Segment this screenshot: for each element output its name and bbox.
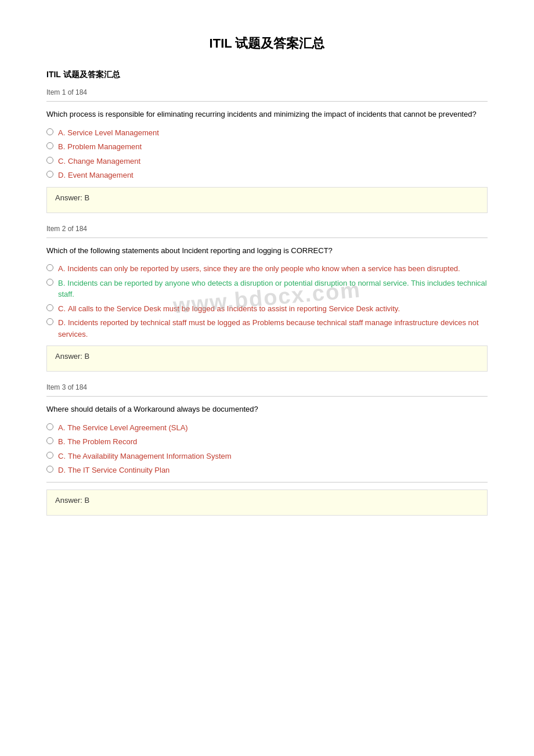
list-item[interactable]: B.Problem Management xyxy=(46,141,488,153)
option-text: B.Incidents can be reported by anyone wh… xyxy=(58,278,488,300)
radio-icon[interactable] xyxy=(46,318,53,325)
radio-icon[interactable] xyxy=(46,466,53,473)
option-text: D.Event Management xyxy=(58,170,134,181)
radio-icon[interactable] xyxy=(46,452,53,459)
list-item[interactable]: D.The IT Service Continuity Plan xyxy=(46,465,488,476)
question-text-2: Which of the following statements about … xyxy=(46,245,488,257)
list-item[interactable]: C.All calls to the Service Desk must be … xyxy=(46,303,488,315)
divider-3b xyxy=(46,482,488,483)
option-letter: C. xyxy=(58,452,66,460)
answer-box-3: Answer: B xyxy=(46,489,488,516)
list-item[interactable]: D.Incidents reported by technical staff … xyxy=(46,317,488,340)
options-list-3: A.The Service Level Agreement (SLA) B.Th… xyxy=(46,422,488,476)
option-text: A.Service Level Management xyxy=(58,127,159,139)
question-block-2: Item 2 of 184 Which of the following sta… xyxy=(46,225,488,372)
answer-box-2: Answer: B xyxy=(46,345,488,372)
option-letter: D. xyxy=(58,171,66,179)
divider-1 xyxy=(46,101,488,102)
item-label-1: Item 1 of 184 xyxy=(46,88,488,96)
question-text-3: Where should details of a Workaround alw… xyxy=(46,404,488,415)
option-text: B.Problem Management xyxy=(58,141,142,153)
question-block-1: Item 1 of 184 Which process is responsib… xyxy=(46,88,488,213)
radio-icon[interactable] xyxy=(46,128,53,135)
list-item[interactable]: A.Incidents can only be reported by user… xyxy=(46,263,488,275)
radio-icon[interactable] xyxy=(46,171,53,178)
option-text: C.All calls to the Service Desk must be … xyxy=(58,303,400,315)
question-text-1: Which process is responsible for elimina… xyxy=(46,109,488,120)
option-letter: B. xyxy=(58,279,65,287)
list-item[interactable]: B.The Problem Record xyxy=(46,436,488,448)
option-text: B.The Problem Record xyxy=(58,436,137,448)
radio-icon[interactable] xyxy=(46,157,53,164)
option-letter: C. xyxy=(58,304,66,313)
option-text: C.The Availability Management Informatio… xyxy=(58,451,232,462)
section-heading: ITIL 试题及答案汇总 xyxy=(46,70,488,80)
radio-icon[interactable] xyxy=(46,437,53,444)
option-letter: A. xyxy=(58,264,65,273)
answer-box-1: Answer: B xyxy=(46,187,488,213)
radio-icon[interactable] xyxy=(46,304,53,311)
radio-icon[interactable] xyxy=(46,264,53,271)
list-item[interactable]: A.Service Level Management xyxy=(46,127,488,139)
radio-icon[interactable] xyxy=(46,142,53,149)
option-text: A.The Service Level Agreement (SLA) xyxy=(58,422,188,434)
option-text: A.Incidents can only be reported by user… xyxy=(58,263,460,275)
list-item[interactable]: C.The Availability Management Informatio… xyxy=(46,451,488,462)
divider-2 xyxy=(46,237,488,238)
options-list-1: A.Service Level Management B.Problem Man… xyxy=(46,127,488,181)
divider-3 xyxy=(46,396,488,397)
option-text: C.Change Management xyxy=(58,156,140,167)
options-list-2: A.Incidents can only be reported by user… xyxy=(46,263,488,340)
option-letter: C. xyxy=(58,157,66,165)
option-letter: B. xyxy=(58,437,65,446)
option-letter: B. xyxy=(58,142,65,151)
item-label-2: Item 2 of 184 xyxy=(46,225,488,233)
option-text: D.Incidents reported by technical staff … xyxy=(58,317,488,340)
list-item[interactable]: C.Change Management xyxy=(46,156,488,167)
radio-icon[interactable] xyxy=(46,423,53,430)
list-item[interactable]: D.Event Management xyxy=(46,170,488,181)
radio-icon[interactable] xyxy=(46,279,53,286)
question-block-3: Item 3 of 184 Where should details of a … xyxy=(46,383,488,516)
list-item[interactable]: A.The Service Level Agreement (SLA) xyxy=(46,422,488,434)
option-letter: D. xyxy=(58,318,66,327)
option-letter: A. xyxy=(58,128,65,137)
list-item[interactable]: B.Incidents can be reported by anyone wh… xyxy=(46,278,488,300)
option-letter: D. xyxy=(58,466,66,474)
option-letter: A. xyxy=(58,423,65,432)
main-title: ITIL 试题及答案汇总 xyxy=(46,35,488,52)
item-label-3: Item 3 of 184 xyxy=(46,383,488,391)
option-text: D.The IT Service Continuity Plan xyxy=(58,465,169,476)
